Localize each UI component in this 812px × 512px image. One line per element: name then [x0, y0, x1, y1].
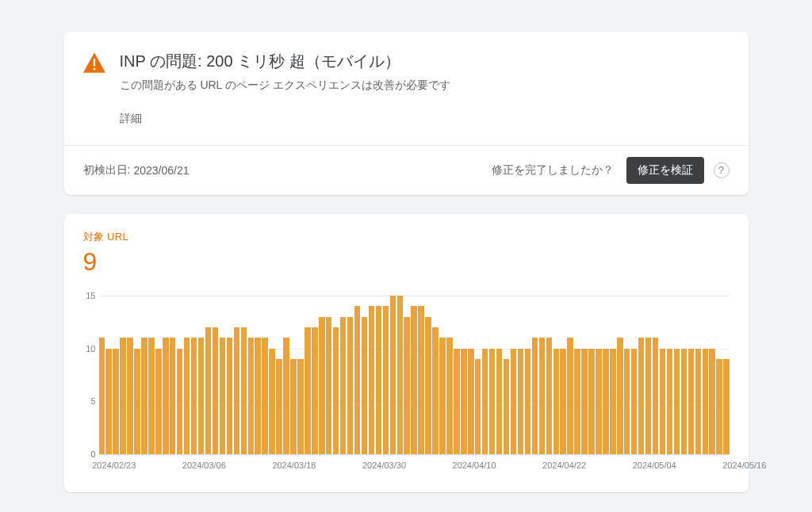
- chart-bar: [588, 349, 594, 454]
- chart-bar: [177, 349, 182, 454]
- chart-bar: [475, 359, 481, 454]
- validate-fix-button[interactable]: 修正を検証: [626, 157, 704, 184]
- chart-bar: [596, 349, 601, 454]
- chart-x-tick: 2024/05/16: [722, 460, 766, 470]
- chart-bar: [624, 349, 630, 454]
- chart-bar: [504, 359, 509, 454]
- chart-bar: [703, 349, 708, 454]
- chart-bar: [446, 338, 452, 454]
- chart-bar: [354, 306, 360, 454]
- chart-x-tick: 2024/03/18: [272, 460, 316, 470]
- chart-bar: [205, 327, 211, 454]
- chart-bar: [227, 338, 232, 454]
- chart-bar: [163, 338, 168, 454]
- chart-bar: [546, 338, 552, 454]
- chart-bar: [333, 327, 339, 454]
- chart-x-tick: 2024/04/10: [453, 460, 496, 470]
- chart-bar: [105, 349, 111, 454]
- chart-bar: [248, 338, 254, 454]
- chart-x-tick: 2024/03/30: [362, 460, 406, 470]
- chart-bar: [184, 338, 190, 454]
- chart-bar: [170, 338, 175, 454]
- warning-icon: [83, 52, 105, 76]
- chart-bar: [241, 327, 247, 454]
- chart-bar: [234, 327, 239, 454]
- chart-bar: [347, 317, 353, 454]
- chart-bar: [220, 338, 225, 454]
- chart-bar: [191, 338, 197, 454]
- chart-bars: [99, 296, 730, 454]
- chart-bar: [148, 338, 154, 454]
- chart-bar: [418, 306, 423, 454]
- chart-y-tick: 5: [82, 396, 96, 406]
- chart-bar: [660, 349, 665, 454]
- chart-bar: [574, 349, 580, 454]
- chart-bar: [276, 359, 282, 454]
- chart-x-tick: 2024/04/22: [542, 460, 586, 470]
- chart-x-tick: 2024/03/06: [182, 460, 226, 470]
- chart-bar: [141, 338, 147, 454]
- chart-y-tick: 15: [82, 291, 96, 300]
- chart-bar: [319, 317, 324, 454]
- chart-x-axis: 2024/02/232024/03/062024/03/182024/03/30…: [99, 460, 730, 473]
- chart-bar: [674, 349, 680, 454]
- details-link[interactable]: 詳細: [120, 112, 730, 126]
- chart-bar: [120, 338, 125, 454]
- chart-bar: [397, 296, 403, 454]
- chart-bar: [113, 349, 118, 454]
- chart-bar: [304, 327, 310, 454]
- chart-label: 対象 URL: [83, 230, 730, 244]
- chart-bar: [489, 349, 495, 454]
- chart-bar: [610, 349, 615, 454]
- first-detected-label: 初検出日:: [83, 163, 131, 178]
- chart-card: 対象 URL 9 051015 2024/02/232024/03/062024…: [64, 214, 749, 492]
- chart-plot-area: 051015: [99, 296, 730, 454]
- chart-bar: [432, 327, 438, 454]
- chart-bar: [468, 349, 473, 454]
- issue-subtitle: この問題がある URL のページ エクスペリエンスは改善が必要です: [120, 78, 450, 93]
- chart-bar: [482, 349, 488, 454]
- chart-bar: [709, 349, 714, 454]
- chart-bar: [411, 306, 416, 454]
- chart-bar: [283, 338, 289, 454]
- chart-bar: [645, 338, 651, 454]
- svg-rect-1: [93, 68, 94, 70]
- chart-bar: [532, 338, 538, 454]
- chart-bar: [362, 317, 367, 454]
- chart-bar: [560, 349, 565, 454]
- chart-bar: [496, 349, 502, 454]
- chart-bar: [511, 349, 516, 454]
- help-icon[interactable]: ?: [714, 162, 730, 178]
- chart-bar: [539, 338, 545, 454]
- issue-footer: 初検出日: 2023/06/21 修正を完了しましたか？ 修正を検証 ?: [64, 145, 749, 195]
- chart-bar: [255, 338, 260, 454]
- chart-bar: [340, 317, 346, 454]
- chart-bar: [213, 327, 218, 454]
- chart-gridline: [99, 454, 730, 455]
- chart-bar: [425, 317, 431, 454]
- chart-bar: [369, 306, 374, 454]
- chart-bar: [390, 296, 396, 454]
- chart-x-tick: 2024/05/04: [633, 460, 676, 470]
- chart-bar: [326, 317, 331, 454]
- first-detected-date: 2023/06/21: [133, 164, 189, 177]
- chart-bar: [567, 338, 573, 454]
- chart-bar: [653, 338, 658, 454]
- chart-bar: [312, 327, 317, 454]
- chart-bar: [383, 306, 389, 454]
- chart-bar: [461, 349, 466, 454]
- chart-bar: [198, 338, 204, 454]
- chart-bar: [525, 349, 530, 454]
- chart-bar: [695, 349, 701, 454]
- chart-bar: [617, 338, 622, 454]
- chart-bar: [518, 349, 523, 454]
- chart-bar: [99, 338, 105, 454]
- chart-bar: [631, 349, 637, 454]
- chart-bar: [134, 349, 140, 454]
- chart-bar: [688, 349, 694, 454]
- chart-bar: [723, 359, 729, 454]
- chart-bar: [603, 349, 608, 454]
- issue-card: INP の問題: 200 ミリ秒 超（モバイル） この問題がある URL のペー…: [64, 32, 749, 195]
- chart-y-tick: 0: [82, 449, 96, 459]
- chart-bar: [581, 349, 587, 454]
